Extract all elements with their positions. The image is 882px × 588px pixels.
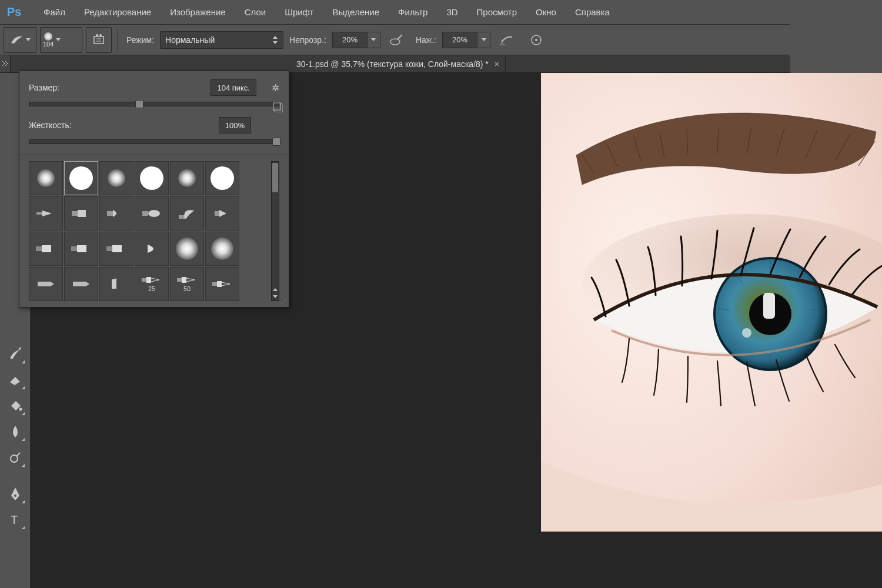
drop-icon (9, 425, 21, 439)
brush-preset-picker[interactable]: 104 (40, 27, 82, 53)
menu-type[interactable]: Шрифт (275, 7, 323, 17)
size-field[interactable]: 104 пикс. (211, 79, 256, 96)
tool-history-brush[interactable] (5, 343, 26, 365)
brush-preset[interactable] (29, 232, 63, 266)
pressure-size-toggle[interactable] (523, 27, 549, 53)
size-label: Размер: (29, 83, 59, 92)
brush-preset[interactable] (135, 196, 169, 230)
tool-blur[interactable] (5, 421, 26, 442)
mode-select[interactable]: Нормальный (160, 31, 283, 49)
brush-preset[interactable] (205, 196, 239, 230)
brush-preset[interactable] (64, 161, 98, 195)
size-slider[interactable] (29, 102, 279, 106)
brush-preset[interactable] (205, 161, 239, 195)
tool-eraser[interactable] (5, 369, 26, 390)
brush-preset[interactable] (29, 196, 63, 230)
menu-edit[interactable]: Редактирование (75, 7, 161, 17)
brush-icon (9, 34, 25, 46)
menu-select[interactable]: Выделение (323, 7, 389, 17)
menu-help[interactable]: Справка (566, 7, 619, 17)
separator (19, 155, 289, 155)
hardness-slider[interactable] (29, 139, 279, 144)
airbrush-icon (499, 34, 514, 46)
brush-preview-icon (44, 32, 52, 41)
mode-value: Нормальный (165, 35, 215, 45)
brush-preset[interactable] (99, 196, 133, 230)
tool-preset-picker[interactable] (4, 27, 36, 53)
brush-preset[interactable] (99, 161, 133, 195)
tool-dodge[interactable] (5, 447, 26, 468)
flow-dropdown[interactable] (477, 32, 490, 48)
brush-preset[interactable] (29, 267, 63, 301)
brush-preset[interactable] (170, 161, 204, 195)
new-preset-icon[interactable] (272, 102, 283, 112)
brush-preset[interactable] (29, 161, 63, 195)
svg-point-3 (390, 39, 400, 45)
document-photo (541, 73, 790, 527)
svg-rect-25 (179, 215, 185, 219)
brush-preset[interactable] (135, 161, 169, 195)
slider-thumb[interactable] (135, 100, 143, 108)
opacity-dropdown[interactable] (368, 32, 380, 48)
opacity-control[interactable]: 20% (332, 32, 380, 48)
svg-rect-35 (142, 278, 146, 282)
svg-rect-21 (78, 210, 86, 217)
resize-grip-icon[interactable]: ⋰ (280, 298, 285, 305)
tool-paint-bucket[interactable] (5, 395, 26, 416)
brush-preset[interactable]: 50 (170, 267, 204, 301)
slider-thumb[interactable] (272, 138, 280, 146)
svg-rect-26 (215, 211, 219, 216)
menu-layers[interactable]: Слои (235, 7, 275, 17)
eraser-icon (8, 374, 22, 386)
brush-preset[interactable] (64, 267, 98, 301)
brush-panel-toggle[interactable] (86, 27, 112, 53)
brush-preset[interactable] (99, 267, 133, 301)
brush-preset[interactable] (64, 196, 98, 230)
airbrush-toggle[interactable] (494, 27, 520, 53)
opacity-value[interactable]: 20% (332, 32, 368, 48)
hardness-field[interactable]: 100% (219, 117, 251, 133)
app-logo-text: Ps (7, 5, 21, 19)
pressure-opacity-toggle[interactable] (384, 27, 410, 53)
scroll-down-icon[interactable] (273, 295, 278, 298)
svg-rect-28 (42, 245, 51, 252)
gear-icon[interactable]: ✲ (272, 82, 279, 93)
brush-preset[interactable] (205, 267, 239, 301)
menu-view[interactable]: Просмотр (467, 7, 527, 17)
panel-collapse-handle[interactable] (0, 55, 11, 72)
opacity-label: Непрозр.: (289, 35, 326, 45)
brush-preset-popover: Размер: 104 пикс. ✲ Жесткость: 100% (19, 71, 289, 308)
svg-rect-36 (146, 277, 151, 283)
menu-3d[interactable]: 3D (437, 7, 467, 17)
menu-filter[interactable]: Фильтр (389, 7, 437, 17)
svg-rect-32 (112, 245, 122, 252)
pen-icon (9, 486, 22, 502)
brush-preset[interactable] (64, 232, 98, 266)
document-tab[interactable]: 30-1.psd @ 35,7% (текстура кожи, Слой-ма… (290, 55, 506, 72)
tool-type[interactable]: T (5, 509, 26, 527)
presets-scrollbar[interactable] (271, 161, 279, 301)
brush-preset[interactable] (205, 232, 239, 266)
svg-point-6 (503, 44, 505, 45)
brush-preset[interactable]: 25 (135, 267, 169, 301)
close-icon[interactable]: × (495, 59, 499, 69)
flow-value[interactable]: 20% (442, 32, 477, 48)
brush-preset[interactable] (99, 232, 133, 266)
menu-file[interactable]: Файл (34, 7, 75, 17)
menu-window[interactable]: Окно (526, 7, 566, 17)
scroll-up-icon[interactable] (273, 288, 278, 291)
tablet-pressure-icon (389, 34, 405, 46)
brush-presets-grid: 25 50 (29, 161, 269, 301)
flow-control[interactable]: 20% (442, 32, 490, 48)
type-icon: T (9, 513, 22, 526)
brush-preset[interactable] (170, 232, 204, 266)
brush-preset[interactable] (170, 196, 204, 230)
menu-image[interactable]: Изображение (161, 7, 235, 17)
svg-rect-27 (36, 246, 42, 251)
tool-pen[interactable] (5, 483, 26, 505)
scrollbar-thumb[interactable] (272, 163, 278, 192)
svg-point-5 (500, 44, 502, 45)
svg-point-4 (502, 42, 503, 44)
svg-rect-37 (177, 278, 182, 282)
brush-preset[interactable] (135, 232, 169, 266)
